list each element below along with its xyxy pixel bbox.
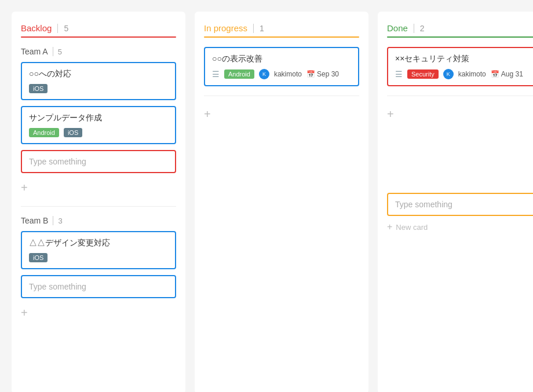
inprogress-divider-mid <box>204 96 359 96</box>
card-4-title: △△デザイン変更対応 <box>29 238 168 248</box>
new-card-btn[interactable]: + New card <box>387 222 533 232</box>
card-2-title: サンプルデータ作成 <box>29 113 168 123</box>
done-count: 2 <box>420 24 425 33</box>
group-header-team-a: Team A 5 <box>21 47 176 56</box>
done-divider-mid <box>387 96 533 96</box>
tag-security-7: Security <box>407 69 439 79</box>
done-header: Done 2 <box>387 23 533 33</box>
tag-ios-4: iOS <box>29 253 48 262</box>
group-divider-team-b <box>53 216 53 225</box>
new-card-label: New card <box>396 223 428 232</box>
card-6-date: 📅 Sep 30 <box>306 70 339 78</box>
column-done: Done 2 ××セキュリティ対策 ☰ Security K kakimoto … <box>378 12 533 392</box>
inprogress-underline <box>204 36 359 38</box>
card-3-placeholder: Type something <box>29 157 168 166</box>
card-1-title: ○○への対応 <box>29 69 168 79</box>
card-7-user: kakimoto <box>458 70 486 78</box>
card-7-avatar: K <box>443 69 454 79</box>
group-count-team-a: 5 <box>58 47 62 56</box>
tag-ios-2: iOS <box>64 128 82 137</box>
card-5-input[interactable]: Type something <box>21 275 176 298</box>
inprogress-title: In progress <box>204 23 247 33</box>
backlog-header: Backlog 5 <box>21 23 176 33</box>
backlog-divider <box>57 24 58 33</box>
new-card-plus-icon: + <box>387 222 392 232</box>
inprogress-divider <box>253 24 254 33</box>
column-inprogress: In progress 1 ○○の表示改善 ☰ Android K kakimo… <box>195 12 368 392</box>
card-6: ○○の表示改善 ☰ Android K kakimoto 📅 Sep 30 <box>204 47 359 86</box>
card-6-avatar: K <box>259 69 269 79</box>
card-2-meta: Android iOS <box>29 128 168 137</box>
done-title: Done <box>387 23 408 33</box>
calendar-icon-6: 📅 <box>306 70 315 78</box>
column-backlog: Backlog 5 Team A 5 ○○への対応 iOS サンプルデータ作成 … <box>12 12 185 392</box>
card-6-menu-icon: ☰ <box>212 69 220 79</box>
card-5-placeholder: Type something <box>29 282 168 291</box>
add-btn-inprogress[interactable]: + <box>204 105 359 123</box>
card-7-date: 📅 Aug 31 <box>491 70 523 78</box>
group-header-team-b: Team B 3 <box>21 216 176 225</box>
tag-android-2: Android <box>29 128 59 137</box>
card-8-placeholder: Type something <box>395 200 533 209</box>
done-underline <box>387 36 533 38</box>
card-6-user: kakimoto <box>274 70 302 78</box>
card-6-meta: ☰ Android K kakimoto 📅 Sep 30 <box>212 69 351 79</box>
group-title-team-a: Team A <box>21 47 48 56</box>
card-4-meta: iOS <box>29 253 168 262</box>
group-divider-team-a <box>53 47 53 56</box>
add-btn-done-top[interactable]: + <box>387 105 533 123</box>
card-7-meta: ☰ Security K kakimoto 📅 Aug 31 <box>395 69 533 79</box>
add-btn-team-a[interactable]: + <box>21 179 176 197</box>
calendar-icon-7: 📅 <box>491 70 499 78</box>
card-6-title: ○○の表示改善 <box>212 54 351 64</box>
add-btn-team-b[interactable]: + <box>21 304 176 322</box>
inprogress-header: In progress 1 <box>204 23 359 33</box>
backlog-count: 5 <box>64 24 68 33</box>
board: Backlog 5 Team A 5 ○○への対応 iOS サンプルデータ作成 … <box>12 12 521 392</box>
inprogress-count: 1 <box>260 24 264 33</box>
card-7: ××セキュリティ対策 ☰ Security K kakimoto 📅 Aug 3… <box>387 47 533 86</box>
card-7-menu-icon: ☰ <box>395 69 403 79</box>
tag-android-6: Android <box>224 69 254 79</box>
card-2: サンプルデータ作成 Android iOS <box>21 106 176 144</box>
backlog-title: Backlog <box>21 23 52 33</box>
backlog-underline <box>21 36 176 38</box>
done-divider <box>414 24 414 33</box>
group-title-team-b: Team B <box>21 216 48 225</box>
card-1: ○○への対応 iOS <box>21 62 176 100</box>
card-7-title: ××セキュリティ対策 <box>395 54 533 64</box>
card-1-meta: iOS <box>29 84 168 93</box>
card-3-input[interactable]: Type something <box>21 150 176 173</box>
card-8-input[interactable]: Type something <box>387 193 533 216</box>
tag-ios-1: iOS <box>29 84 48 93</box>
section-divider-1 <box>21 206 176 207</box>
group-count-team-b: 3 <box>58 217 62 225</box>
card-4: △△デザイン変更対応 iOS <box>21 231 176 269</box>
